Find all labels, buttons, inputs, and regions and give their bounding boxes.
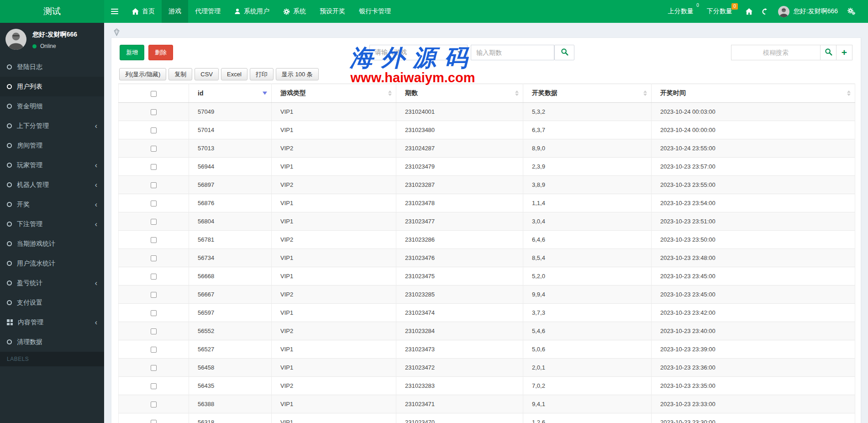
cell-draw-data: 5,2,0 [523, 267, 652, 286]
nav-item-银行卡管理[interactable]: 银行卡管理 [352, 0, 398, 23]
sidebar-item-用户流水统计[interactable]: 用户流水统计 [0, 254, 104, 273]
cell-draw-data: 5,4,6 [523, 322, 652, 340]
cell-draw-data: 5,0,6 [523, 340, 652, 359]
sidebar-item-用户列表[interactable]: 用户列表 [0, 77, 104, 96]
table-row: 56804VIP12310234773,0,42023-10-23 23:51:… [119, 212, 855, 231]
row-checkbox[interactable] [151, 127, 157, 133]
row-checkbox[interactable] [151, 109, 157, 115]
add-button[interactable]: 新增 [120, 45, 144, 60]
fuzzy-search-button[interactable] [820, 45, 836, 60]
column-header-期数[interactable]: 期数 [396, 84, 523, 103]
export-button-Excel[interactable]: Excel [221, 68, 247, 80]
cell-id: 57014 [189, 121, 272, 139]
row-checkbox[interactable] [151, 274, 157, 280]
app-root: 测试 首页游戏代理管理系统用户系统预设开奖银行卡管理 上分数量 0 下分数量 0… [0, 0, 868, 423]
sidebar-item-支付设置[interactable]: 支付设置 [0, 293, 104, 312]
row-checkbox[interactable] [151, 201, 157, 206]
delete-button[interactable]: 删除 [148, 45, 173, 60]
row-checkbox[interactable] [151, 255, 157, 261]
sidebar-item-房间管理[interactable]: 房间管理 [0, 136, 104, 155]
fuzzy-search-input[interactable] [731, 45, 821, 60]
sort-desc-icon [263, 92, 267, 95]
cell-draw-data: 2,3,9 [523, 158, 652, 176]
sort-icon [515, 90, 519, 96]
select-all-checkbox[interactable] [151, 91, 157, 97]
row-checkbox[interactable] [151, 237, 157, 243]
circle-icon [7, 339, 12, 344]
cell-id: 56781 [189, 231, 272, 249]
add-column-button[interactable]: + [836, 45, 852, 60]
game-select[interactable]: 请输入游戏 [369, 45, 468, 60]
sidebar-item-上下分管理[interactable]: 上下分管理‹ [0, 116, 104, 136]
sidebar-item-内容管理[interactable]: 内容管理‹ [0, 312, 104, 332]
top-navbar: 测试 首页游戏代理管理系统用户系统预设开奖银行卡管理 上分数量 0 下分数量 0… [0, 0, 868, 23]
sidebar-item-当期游戏统计[interactable]: 当期游戏统计 [0, 234, 104, 254]
cell-period: 231024001 [396, 103, 523, 121]
score-down-button[interactable]: 下分数量 0 [707, 7, 736, 16]
cell-draw-data: 7,0,2 [523, 377, 652, 395]
sidebar-item-清理数据[interactable]: 清理数据 [0, 332, 104, 352]
plus-icon: + [842, 48, 847, 57]
column-header-开奖时间[interactable]: 开奖时间 [652, 84, 855, 103]
export-button-显示 100 条[interactable]: 显示 100 条 [276, 68, 319, 80]
refresh-icon[interactable] [762, 8, 769, 15]
cell-game-type: VIP2 [272, 231, 396, 249]
export-button-复制[interactable]: 复制 [168, 68, 192, 80]
row-checkbox[interactable] [151, 182, 157, 188]
column-header-开奖数据[interactable]: 开奖数据 [523, 84, 652, 103]
sidebar-item-label: 房间管理 [17, 142, 42, 150]
row-checkbox[interactable] [151, 164, 157, 170]
score-up-button[interactable]: 上分数量 0 [668, 7, 698, 16]
row-checkbox[interactable] [151, 402, 157, 407]
sidebar-item-开奖[interactable]: 开奖‹ [0, 195, 104, 214]
nav-item-代理管理[interactable]: 代理管理 [188, 0, 227, 23]
search-button[interactable] [554, 45, 574, 60]
cell-id: 56552 [189, 322, 272, 340]
table-row: 57014VIP12310234806,3,72023-10-24 00:00:… [119, 121, 855, 139]
home-icon[interactable] [746, 8, 752, 15]
sidebar-item-盈亏统计[interactable]: 盈亏统计‹ [0, 273, 104, 293]
row-checkbox[interactable] [151, 347, 157, 353]
cell-id: 56876 [189, 194, 272, 212]
circle-icon [7, 182, 12, 187]
row-checkbox-cell [119, 286, 189, 304]
row-checkbox-cell [119, 395, 189, 413]
cell-period: 231023475 [396, 267, 523, 286]
settings-cogs-icon[interactable] [847, 8, 855, 15]
search-icon [825, 48, 832, 58]
nav-item-系统[interactable]: 系统 [276, 0, 313, 23]
row-checkbox-cell [119, 194, 189, 212]
sidebar-item-下注管理[interactable]: 下注管理‹ [0, 214, 104, 234]
row-checkbox[interactable] [151, 146, 157, 152]
sidebar-item-资金明细[interactable]: 资金明细 [0, 96, 104, 116]
cell-game-type: VIP1 [272, 121, 396, 139]
main-nav-menu: 首页游戏代理管理系统用户系统预设开奖银行卡管理 [125, 0, 398, 23]
nav-item-首页[interactable]: 首页 [125, 0, 162, 23]
column-header-id[interactable]: id [189, 84, 272, 103]
export-button-CSV[interactable]: CSV [195, 68, 219, 80]
nav-item-预设开奖[interactable]: 预设开奖 [313, 0, 352, 23]
brand-logo[interactable]: 测试 [0, 0, 104, 23]
cell-draw-data: 6,4,6 [523, 231, 652, 249]
sidebar-item-机器人管理[interactable]: 机器人管理‹ [0, 175, 104, 195]
sidebar-item-玩家管理[interactable]: 玩家管理‹ [0, 155, 104, 175]
nav-item-游戏[interactable]: 游戏 [162, 0, 188, 23]
navbar-user-menu[interactable]: 您好:发财啊666 [778, 6, 838, 17]
row-checkbox[interactable] [151, 365, 157, 371]
breadcrumb-gem-icon[interactable] [113, 28, 121, 38]
export-button-列(显示/隐藏)[interactable]: 列(显示/隐藏) [119, 68, 166, 80]
column-header-游戏类型[interactable]: 游戏类型 [272, 84, 396, 103]
export-button-打印[interactable]: 打印 [250, 68, 274, 80]
period-input[interactable] [471, 45, 554, 60]
row-checkbox[interactable] [151, 310, 157, 316]
nav-item-label: 系统 [293, 7, 306, 16]
chevron-down-icon [458, 51, 462, 54]
row-checkbox[interactable] [151, 219, 157, 225]
row-checkbox[interactable] [151, 328, 157, 334]
row-checkbox[interactable] [151, 383, 157, 389]
nav-item-系统用户[interactable]: 系统用户 [227, 0, 276, 23]
row-checkbox[interactable] [151, 420, 157, 423]
hamburger-menu-icon[interactable] [104, 0, 125, 23]
row-checkbox[interactable] [151, 292, 157, 298]
sidebar-item-登陆日志[interactable]: 登陆日志 [0, 57, 104, 77]
